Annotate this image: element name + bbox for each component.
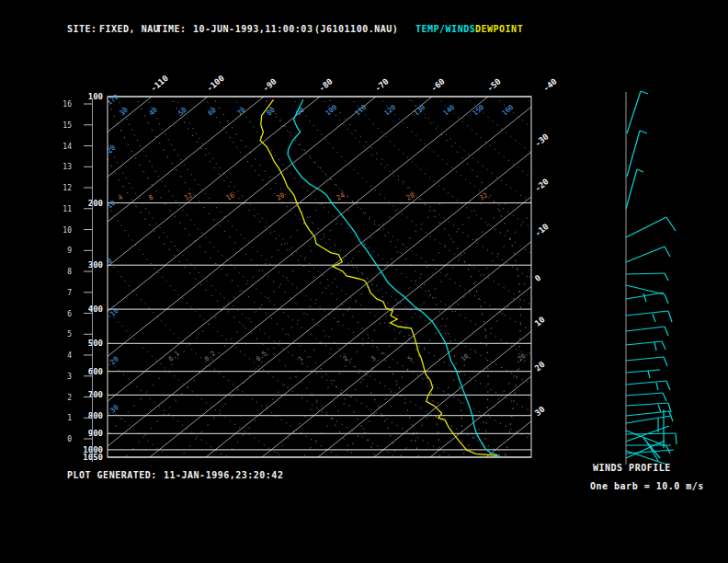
svg-text:11: 11: [63, 205, 72, 213]
svg-text:2: 2: [342, 355, 349, 363]
svg-text:900: 900: [88, 429, 103, 438]
svg-text:0.2: 0.2: [203, 350, 217, 362]
winds-profile-title: WINDS PROFILE: [593, 463, 671, 473]
svg-text:-60: -60: [429, 76, 447, 93]
svg-text:-30: -30: [533, 132, 551, 148]
svg-text:20: 20: [106, 144, 118, 155]
svg-text:4: 4: [117, 192, 125, 201]
svg-text:5: 5: [406, 355, 414, 363]
svg-text:-40: -40: [541, 76, 559, 93]
svg-text:3: 3: [67, 373, 72, 381]
svg-text:14: 14: [63, 143, 72, 151]
svg-text:7: 7: [67, 289, 72, 297]
svg-text:300: 300: [88, 260, 103, 270]
svg-text:8: 8: [67, 268, 72, 276]
svg-text:700: 700: [88, 390, 103, 399]
svg-text:130: 130: [412, 103, 427, 118]
svg-text:200: 200: [88, 199, 103, 208]
svg-text:0: 0: [67, 435, 72, 443]
svg-text:12: 12: [63, 184, 72, 192]
wind-barbs-panel: [626, 91, 677, 465]
svg-text:6: 6: [67, 310, 72, 318]
temperature-curve: [288, 99, 500, 455]
svg-text:-100: -100: [205, 74, 226, 94]
svg-text:-70: -70: [373, 76, 391, 93]
svg-text:-80: -80: [317, 76, 335, 93]
svg-text:10: 10: [106, 199, 118, 211]
svg-text:0: 0: [106, 256, 115, 265]
svg-text:8: 8: [147, 192, 155, 201]
svg-text:60: 60: [206, 106, 218, 118]
svg-text:500: 500: [88, 339, 103, 348]
plot-generated-label: PLOT GENERATED:: [67, 470, 157, 480]
mixing-ratio-lines: [87, 203, 637, 457]
svg-text:32: 32: [478, 190, 489, 201]
svg-text:4: 4: [67, 351, 72, 360]
svg-text:10: 10: [63, 226, 72, 235]
svg-text:-110: -110: [149, 74, 170, 94]
svg-text:-20: -20: [533, 177, 551, 193]
svg-text:120: 120: [382, 103, 398, 118]
svg-text:400: 400: [88, 304, 103, 314]
svg-text:5: 5: [67, 330, 72, 339]
svg-text:-50: -50: [485, 76, 503, 93]
svg-text:150: 150: [471, 103, 486, 118]
skewt-screen: SITE: FIXED, NAU TIME: 10-JUN-1993,11:00…: [0, 0, 728, 563]
svg-text:600: 600: [88, 367, 103, 376]
height-axis: 012345678910111213141516: [63, 99, 92, 462]
svg-text:-10: -10: [533, 222, 551, 238]
winds-barb-legend: One barb = 10.0 m/s: [590, 481, 704, 491]
svg-text:12: 12: [183, 190, 194, 201]
svg-text:1050: 1050: [83, 453, 103, 462]
svg-text:9: 9: [67, 247, 72, 255]
svg-text:1: 1: [67, 414, 72, 422]
svg-text:10: 10: [460, 352, 471, 363]
svg-text:800: 800: [88, 411, 103, 420]
svg-text:10: 10: [533, 315, 547, 328]
svg-text:50: 50: [176, 106, 188, 118]
svg-text:15: 15: [63, 121, 72, 130]
svg-text:100: 100: [88, 92, 103, 101]
moist-adiabats: [81, 94, 521, 459]
svg-text:-90: -90: [261, 76, 279, 93]
svg-text:20: 20: [275, 190, 287, 202]
svg-text:3: 3: [370, 355, 377, 363]
svg-text:16: 16: [63, 100, 72, 109]
svg-text:40: 40: [147, 106, 159, 118]
svg-text:16: 16: [224, 190, 236, 202]
svg-text:140: 140: [441, 103, 457, 118]
svg-text:70: 70: [235, 106, 247, 118]
svg-text:30: 30: [533, 405, 547, 419]
svg-text:13: 13: [63, 163, 72, 171]
svg-text:80: 80: [265, 106, 277, 118]
svg-text:1: 1: [297, 355, 304, 363]
svg-text:2: 2: [67, 394, 72, 402]
svg-text:20: 20: [533, 360, 547, 373]
sounding-curves: [260, 99, 500, 455]
dewpoint-curve: [260, 99, 497, 455]
svg-text:0.5: 0.5: [255, 350, 268, 362]
svg-text:24: 24: [335, 190, 347, 202]
svg-text:0: 0: [533, 273, 543, 283]
svg-text:100: 100: [324, 103, 339, 118]
plot-generated-value: 11-JAN-1996,23:20:42: [164, 470, 283, 480]
svg-text:160: 160: [500, 103, 516, 118]
